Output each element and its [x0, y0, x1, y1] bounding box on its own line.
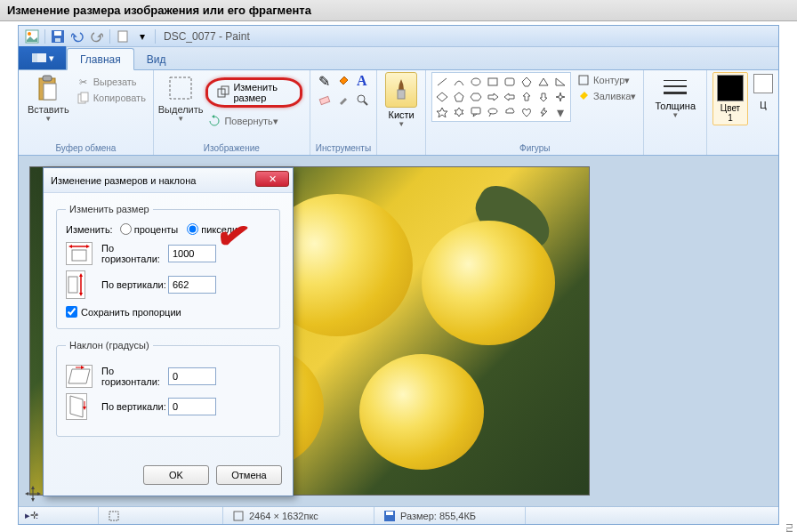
resize-button[interactable]: Изменить размер [205, 77, 302, 108]
shape-callout-cloud[interactable] [502, 105, 518, 119]
cancel-button[interactable]: Отмена [216, 465, 282, 485]
redo-icon[interactable] [88, 28, 106, 44]
eraser-tool[interactable] [316, 91, 334, 109]
shapes-more[interactable]: ▾ [552, 105, 568, 119]
shape-arrow-u[interactable] [519, 90, 535, 104]
pixels-radio[interactable]: пиксели [187, 223, 237, 235]
group-label-tools: Инструменты [316, 142, 371, 155]
page-icon[interactable] [114, 28, 132, 44]
shape-star5[interactable] [434, 105, 450, 119]
shape-pentagon[interactable] [451, 90, 467, 104]
shape-arrow-l[interactable] [502, 90, 518, 104]
shape-callout-rect[interactable] [468, 105, 484, 119]
svg-marker-43 [86, 245, 90, 248]
color2-label: Ц [760, 101, 766, 110]
shape-line[interactable] [434, 75, 450, 89]
cut-button[interactable]: ✂Вырезать [75, 74, 148, 90]
svg-marker-59 [25, 492, 28, 496]
shape-rtriangle[interactable] [552, 75, 568, 89]
tab-home[interactable]: Главная [67, 48, 134, 70]
keep-aspect-checkbox[interactable] [66, 306, 77, 318]
shape-diamond[interactable] [434, 90, 450, 104]
save-icon[interactable] [49, 28, 67, 44]
shape-arrow-d[interactable] [535, 90, 551, 104]
svg-point-34 [488, 109, 497, 114]
svg-point-21 [471, 78, 480, 85]
tree-expand-icon[interactable]: ▸ : [25, 510, 38, 521]
status-selection [99, 507, 223, 524]
horizontal-input[interactable] [168, 245, 216, 262]
pencil-tool[interactable]: ✎ [316, 72, 334, 90]
shape-star6[interactable] [451, 105, 467, 119]
ok-button[interactable]: OK [143, 465, 209, 485]
status-filesize: Размер: 855,4КБ [374, 507, 526, 524]
keep-aspect-label: Сохранить пропорции [81, 307, 181, 318]
svg-rect-22 [488, 78, 497, 85]
shape-roundrect[interactable] [502, 75, 518, 89]
svg-marker-26 [556, 78, 565, 85]
shape-oval[interactable] [468, 75, 484, 89]
resize-dialog: Изменение размеров и наклона ✕ ✔ Изменит… [43, 167, 294, 496]
svg-rect-4 [55, 38, 60, 42]
magnifier-tool[interactable] [353, 91, 371, 109]
brushes-label: Кисти [388, 109, 414, 120]
thickness-label: Толщина [655, 101, 696, 111]
shape-arrow-r[interactable] [485, 90, 501, 104]
shape-curve[interactable] [451, 75, 467, 89]
outline-icon [576, 73, 591, 87]
dropdown-icon[interactable]: ▾ [133, 28, 151, 44]
svg-rect-7 [32, 53, 37, 62]
tab-view[interactable]: Вид [134, 49, 179, 69]
undo-icon[interactable] [68, 28, 86, 44]
shape-lightning[interactable] [535, 105, 551, 119]
vertical-icon [66, 270, 85, 299]
svg-marker-51 [81, 366, 85, 369]
select-button[interactable]: Выделить ▼ [159, 72, 203, 125]
shape-hexagon[interactable] [468, 90, 484, 104]
fill-button[interactable]: Заливка ▾ [575, 88, 638, 104]
thickness-button[interactable]: Толщина ▼ [649, 72, 701, 121]
svg-line-18 [364, 101, 367, 105]
skew-v-input[interactable] [168, 398, 216, 415]
brushes-button[interactable]: Кисти ▼ [382, 72, 420, 128]
color1-button[interactable]: Цвет 1 [712, 72, 748, 125]
copy-button[interactable]: Копировать [75, 90, 148, 106]
svg-rect-9 [43, 76, 52, 81]
paste-button[interactable]: Вставить ▼ [24, 72, 73, 125]
picker-tool[interactable] [334, 91, 352, 109]
svg-rect-19 [398, 90, 405, 99]
shapes-gallery[interactable]: ▾ [431, 72, 571, 122]
percent-radio[interactable]: проценты [120, 223, 179, 235]
skew-legend: Наклон (градусы) [66, 340, 153, 351]
color2-button[interactable]: Ц [748, 72, 773, 112]
shape-rect[interactable] [485, 75, 501, 89]
dialog-titlebar[interactable]: Изменение размеров и наклона ✕ [44, 168, 293, 193]
shape-star4[interactable] [552, 90, 568, 104]
shape-polygon[interactable] [519, 75, 535, 89]
shape-heart[interactable] [519, 105, 535, 119]
selection-icon [108, 510, 120, 522]
skew-h-input[interactable] [168, 367, 216, 385]
watermark: Загружено irindom для 7dach.ru [783, 523, 795, 532]
tool-grid: ✎ A [316, 72, 371, 109]
resize-fieldset: Изменить размер Изменить: проценты пиксе… [56, 204, 280, 329]
file-menu-button[interactable]: ▾ [19, 46, 67, 69]
shape-callout-oval[interactable] [485, 105, 501, 119]
rotate-icon [207, 114, 221, 128]
app-menu-icon[interactable] [23, 28, 41, 44]
thickness-icon [662, 74, 688, 101]
close-icon: ✕ [269, 173, 277, 185]
rotate-button[interactable]: Повернуть ▾ [205, 113, 302, 129]
close-button[interactable]: ✕ [255, 171, 289, 187]
text-tool[interactable]: A [353, 72, 371, 90]
svg-marker-25 [539, 78, 548, 85]
svg-rect-37 [109, 512, 118, 520]
svg-marker-47 [79, 293, 83, 296]
svg-rect-23 [505, 78, 514, 85]
shape-triangle[interactable] [535, 75, 551, 89]
vertical-input[interactable] [168, 276, 216, 294]
pan-icon[interactable] [25, 486, 41, 502]
fill-tool[interactable] [334, 72, 352, 90]
outline-button[interactable]: Контур ▾ [575, 72, 638, 88]
svg-rect-48 [68, 277, 77, 293]
